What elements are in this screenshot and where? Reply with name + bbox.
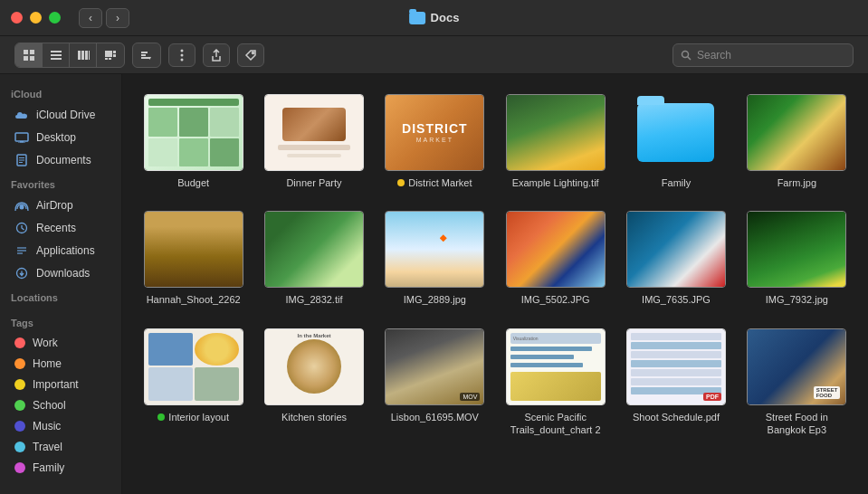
svg-point-33 bbox=[20, 205, 24, 210]
file-item-img7932[interactable]: IMG_7932.jpg bbox=[740, 205, 854, 311]
file-thumb-lighting bbox=[506, 94, 606, 171]
icloud-drive-icon bbox=[14, 108, 29, 122]
music-tag-dot bbox=[14, 421, 25, 432]
sidebar-item-music[interactable]: Music bbox=[4, 416, 118, 436]
desktop-label: Desktop bbox=[36, 131, 76, 144]
gallery-view-button[interactable] bbox=[97, 43, 124, 67]
work-tag-label: Work bbox=[33, 337, 58, 349]
applications-icon bbox=[14, 243, 29, 258]
search-placeholder: Search bbox=[697, 49, 731, 62]
file-item-farm[interactable]: Farm.jpg bbox=[740, 89, 854, 195]
window-title: Docs bbox=[431, 11, 460, 24]
search-box[interactable]: Search bbox=[672, 43, 854, 67]
file-item-img2832[interactable]: IMG_2832.tif bbox=[257, 205, 370, 311]
column-view-button[interactable] bbox=[70, 43, 97, 67]
file-item-lisbon[interactable]: MOV Lisbon_61695.MOV bbox=[378, 323, 491, 442]
sidebar-item-icloud-drive[interactable]: iCloud Drive bbox=[4, 104, 118, 126]
sidebar: iCloud iCloud Drive Desktop bbox=[0, 74, 122, 494]
maximize-button[interactable] bbox=[49, 12, 61, 24]
travel-tag-label: Travel bbox=[33, 441, 62, 453]
share-button[interactable] bbox=[203, 43, 230, 67]
list-view-button[interactable] bbox=[43, 43, 70, 67]
documents-label: Documents bbox=[36, 154, 91, 166]
file-item-district[interactable]: DISTRICT MARKET District Market bbox=[378, 89, 491, 195]
forward-button[interactable]: › bbox=[106, 8, 129, 28]
grid-view-button[interactable] bbox=[15, 43, 43, 67]
svg-rect-17 bbox=[141, 54, 146, 56]
sidebar-item-family[interactable]: Family bbox=[4, 458, 118, 478]
file-label-scenic: Scenic Pacific Trails_dount_chart 2 bbox=[506, 411, 606, 437]
window-controls bbox=[11, 12, 61, 24]
svg-rect-16 bbox=[141, 52, 148, 53]
file-label-img5502: IMG_5502.JPG bbox=[521, 293, 590, 306]
sidebar-item-home[interactable]: Home bbox=[4, 354, 118, 374]
sidebar-item-applications[interactable]: Applications bbox=[4, 240, 118, 261]
sidebar-item-important[interactable]: Important bbox=[4, 375, 118, 394]
file-item-street[interactable]: STREETFOOD Street Food in Bangkok Ep3 bbox=[740, 323, 854, 442]
file-thumb-img7635 bbox=[626, 211, 726, 288]
svg-point-22 bbox=[181, 58, 184, 61]
file-label-lisbon: Lisbon_61695.MOV bbox=[391, 411, 479, 423]
file-label-district: District Market bbox=[397, 176, 472, 189]
tag-button[interactable] bbox=[237, 43, 264, 67]
sidebar-item-desktop[interactable]: Desktop bbox=[4, 127, 118, 148]
file-item-interior[interactable]: Interior layout bbox=[137, 323, 250, 442]
file-item-dinner-party[interactable]: Dinner Party bbox=[257, 89, 370, 195]
svg-rect-30 bbox=[19, 157, 24, 158]
folder-icon-large bbox=[637, 103, 714, 162]
file-label-img7932: IMG_7932.jpg bbox=[766, 293, 828, 306]
svg-point-20 bbox=[181, 49, 184, 52]
file-item-hannah[interactable]: Hannah_Shoot_2262 bbox=[137, 205, 250, 311]
sidebar-item-recents[interactable]: Recents bbox=[4, 217, 118, 239]
family-tag-dot bbox=[14, 462, 25, 473]
action-button[interactable] bbox=[168, 43, 196, 67]
svg-rect-5 bbox=[51, 54, 62, 56]
file-item-img5502[interactable]: IMG_5502.JPG bbox=[499, 205, 612, 311]
svg-rect-4 bbox=[51, 51, 62, 52]
downloads-label: Downloads bbox=[36, 267, 90, 280]
file-thumb-farm bbox=[747, 94, 846, 171]
file-item-budget[interactable]: Budget bbox=[137, 89, 250, 195]
airdrop-label: AirDrop bbox=[36, 199, 73, 212]
svg-rect-13 bbox=[113, 54, 116, 57]
file-thumb-img2889 bbox=[385, 211, 484, 288]
desktop-icon bbox=[14, 130, 29, 145]
svg-rect-12 bbox=[113, 51, 116, 53]
sort-button[interactable]: ▾ bbox=[133, 43, 160, 67]
svg-rect-28 bbox=[18, 143, 25, 144]
sidebar-item-downloads[interactable]: Downloads bbox=[4, 262, 118, 284]
sidebar-item-travel[interactable]: Travel bbox=[4, 437, 118, 457]
file-item-lighting[interactable]: Example Lighting.tif bbox=[499, 89, 612, 195]
file-thumb-img5502 bbox=[506, 211, 606, 288]
file-item-shoot[interactable]: PDF Shoot Schedule.pdf bbox=[619, 323, 732, 442]
file-thumb-hannah bbox=[144, 211, 243, 288]
svg-rect-0 bbox=[24, 50, 28, 54]
back-button[interactable]: ‹ bbox=[79, 8, 102, 28]
airdrop-icon bbox=[14, 198, 29, 213]
important-tag-dot bbox=[14, 379, 25, 390]
file-label-img7635: IMG_7635.JPG bbox=[642, 293, 711, 306]
file-item-img2889[interactable]: IMG_2889.jpg bbox=[378, 205, 491, 311]
close-button[interactable] bbox=[11, 12, 23, 24]
sidebar-item-documents[interactable]: Documents bbox=[4, 149, 118, 171]
file-grid: Budget Dinner Party DISTRICT bbox=[137, 89, 854, 442]
file-item-family[interactable]: Family bbox=[619, 89, 732, 195]
file-label-street: Street Food in Bangkok Ep3 bbox=[747, 411, 846, 437]
file-label-interior: Interior layout bbox=[157, 411, 229, 423]
svg-rect-6 bbox=[51, 58, 62, 60]
minimize-button[interactable] bbox=[30, 12, 42, 24]
icloud-drive-label: iCloud Drive bbox=[36, 109, 95, 121]
home-tag-label: Home bbox=[33, 357, 62, 370]
file-item-img7635[interactable]: IMG_7635.JPG bbox=[619, 205, 732, 311]
sidebar-item-airdrop[interactable]: AirDrop bbox=[4, 195, 118, 216]
tags-section-label: Tags bbox=[0, 310, 121, 332]
downloads-icon bbox=[14, 266, 29, 280]
district-status-dot bbox=[397, 179, 405, 186]
sidebar-item-school[interactable]: School bbox=[4, 395, 118, 415]
sidebar-item-work[interactable]: Work bbox=[4, 333, 118, 353]
file-item-scenic[interactable]: Visualization Scenic Pacific Trails_doun… bbox=[499, 323, 612, 442]
file-item-kitchen[interactable]: In the Market Kitchen stories bbox=[257, 323, 370, 442]
recents-icon bbox=[14, 221, 29, 235]
documents-icon bbox=[14, 153, 29, 167]
interior-status-dot bbox=[157, 413, 165, 421]
